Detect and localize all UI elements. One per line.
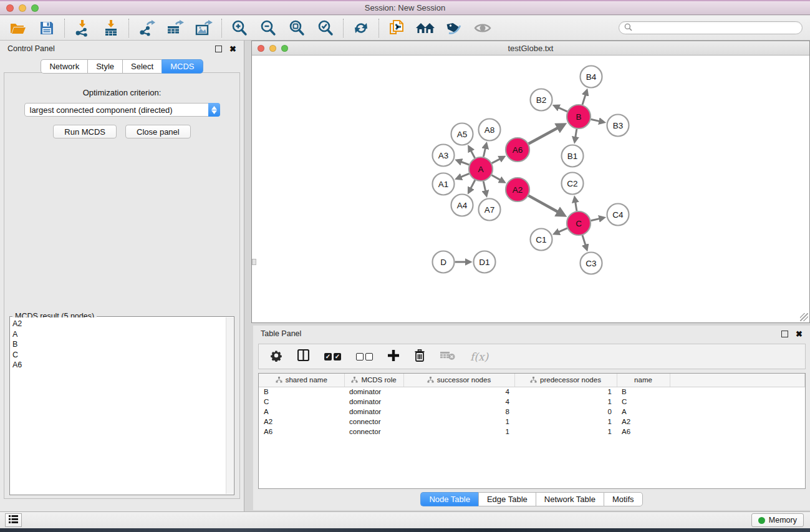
float-panel-button[interactable] xyxy=(215,46,222,52)
node-C[interactable]: C xyxy=(567,211,591,235)
node-B[interactable]: B xyxy=(567,105,591,128)
tab-style[interactable]: Style xyxy=(87,59,122,74)
column-header-shared-name[interactable]: shared name xyxy=(259,374,344,387)
run-mcds-button[interactable]: Run MCDS xyxy=(53,125,117,138)
node-A2[interactable]: A2 xyxy=(506,178,529,201)
table-row[interactable]: Adominator80A xyxy=(259,407,805,417)
edge-A6-B xyxy=(529,128,558,143)
node-C3[interactable]: C3 xyxy=(581,253,602,274)
mcds-result-item[interactable]: B xyxy=(12,339,226,350)
export-image-button[interactable] xyxy=(195,19,213,37)
open-session-button[interactable] xyxy=(9,19,27,37)
tab-select[interactable]: Select xyxy=(122,59,162,74)
float-table-panel-button[interactable] xyxy=(781,331,788,337)
network-zoom-button[interactable] xyxy=(281,45,288,52)
zoom-fit-button[interactable] xyxy=(287,19,306,37)
task-history-button[interactable] xyxy=(5,513,22,527)
node-D1[interactable]: D1 xyxy=(474,251,496,273)
network-close-button[interactable] xyxy=(258,45,264,52)
create-column-button[interactable] xyxy=(388,350,399,364)
network-canvas[interactable]: B4B2BB3A5A8A6A3B1AA1C2A2A4A7C4CC1C3DD1 xyxy=(252,56,809,322)
export-table-button[interactable] xyxy=(166,19,185,37)
clone-network-icon xyxy=(388,19,405,37)
node-A1[interactable]: A1 xyxy=(433,173,455,195)
label-tag-button[interactable] xyxy=(445,19,463,37)
close-panel-button[interactable]: ✖ xyxy=(229,46,236,52)
search-input[interactable] xyxy=(635,24,797,32)
node-C1[interactable]: C1 xyxy=(531,229,552,251)
close-window-button[interactable] xyxy=(6,4,14,12)
splitter-grip[interactable] xyxy=(252,259,256,265)
tab-motifs[interactable]: Motifs xyxy=(604,492,643,506)
node-A[interactable]: A xyxy=(469,157,493,181)
node-A5[interactable]: A5 xyxy=(451,123,473,145)
column-header-predecessor-nodes[interactable]: predecessor nodes xyxy=(514,374,617,387)
minimize-window-button[interactable] xyxy=(19,4,26,12)
unchecked-checkboxes-icon xyxy=(356,353,373,360)
node-C4[interactable]: C4 xyxy=(607,204,629,226)
table-row[interactable]: Cdominator41C xyxy=(259,397,805,407)
column-header-successor-nodes[interactable]: successor nodes xyxy=(403,374,514,387)
network-minimize-button[interactable] xyxy=(269,45,276,52)
column-header-filler xyxy=(670,374,805,387)
checked-checkboxes-icon: ✓✓ xyxy=(324,353,341,360)
edge-C-C3 xyxy=(582,235,586,245)
zoom-window-button[interactable] xyxy=(31,4,39,12)
tab-network-table[interactable]: Network Table xyxy=(536,492,604,506)
mcds-result-item[interactable]: A6 xyxy=(12,360,226,370)
table-cell: C xyxy=(259,397,344,407)
delete-column-button[interactable] xyxy=(414,349,425,364)
tab-network[interactable]: Network xyxy=(41,59,87,74)
tab-edge-table[interactable]: Edge Table xyxy=(478,492,536,506)
mcds-result-item[interactable]: A xyxy=(12,329,226,340)
save-session-button[interactable] xyxy=(37,19,56,37)
node-A6[interactable]: A6 xyxy=(506,138,529,162)
node-C2[interactable]: C2 xyxy=(562,173,584,195)
node-D[interactable]: D xyxy=(433,251,455,273)
table-cell: 1 xyxy=(514,427,617,437)
list-icon xyxy=(9,515,18,526)
node-B2[interactable]: B2 xyxy=(531,89,552,111)
window-resize-grip[interactable] xyxy=(800,313,808,321)
clone-network-button[interactable] xyxy=(387,19,406,37)
zoom-selected-button[interactable] xyxy=(316,19,335,37)
node-A4[interactable]: A4 xyxy=(451,195,473,216)
zoom-out-button[interactable] xyxy=(259,19,277,37)
zoom-in-button[interactable] xyxy=(230,19,249,37)
node-B3[interactable]: B3 xyxy=(607,115,629,137)
criterion-select[interactable]: largest connected component (directed) xyxy=(24,103,220,117)
tab-node-table[interactable]: Node Table xyxy=(420,492,478,506)
node-A8[interactable]: A8 xyxy=(479,119,501,141)
column-header-name[interactable]: name xyxy=(617,374,670,387)
node-A3[interactable]: A3 xyxy=(433,145,455,167)
node-B1[interactable]: B1 xyxy=(562,145,584,167)
import-table-button[interactable] xyxy=(102,19,120,37)
node-A7[interactable]: A7 xyxy=(479,199,501,221)
column-header-mcds-role[interactable]: MCDS role xyxy=(344,374,403,387)
close-panel-button-2[interactable]: Close panel xyxy=(125,125,191,138)
mcds-list-scrollbar[interactable] xyxy=(226,317,233,494)
tab-mcds[interactable]: MCDS xyxy=(162,59,203,74)
table-settings-button[interactable] xyxy=(270,349,282,364)
double-home-button[interactable] xyxy=(416,19,435,37)
table-row[interactable]: A2connector11A2 xyxy=(259,417,805,427)
table-row[interactable]: Bdominator41B xyxy=(259,387,805,397)
search-field[interactable] xyxy=(619,21,803,34)
mcds-result-item[interactable]: C xyxy=(12,350,226,360)
mcds-result-item[interactable]: A2 xyxy=(12,319,226,329)
svg-text:C1: C1 xyxy=(536,235,546,244)
memory-button[interactable]: Memory xyxy=(751,513,804,527)
table-row[interactable]: A6connector11A6 xyxy=(259,427,805,437)
show-columns-button[interactable] xyxy=(297,349,309,364)
node-B4[interactable]: B4 xyxy=(581,66,602,88)
table-cell: B xyxy=(617,387,670,397)
import-table-icon xyxy=(103,19,119,37)
refresh-button[interactable] xyxy=(352,19,370,37)
export-network-icon xyxy=(138,20,155,36)
select-all-columns-button[interactable]: ✓✓ xyxy=(324,353,341,360)
export-network-button[interactable] xyxy=(137,19,156,37)
close-table-panel-button[interactable]: ✖ xyxy=(796,331,803,337)
hide-all-columns-button[interactable] xyxy=(356,353,373,360)
import-network-button[interactable] xyxy=(73,19,92,37)
edge-A-A4 xyxy=(471,180,475,188)
